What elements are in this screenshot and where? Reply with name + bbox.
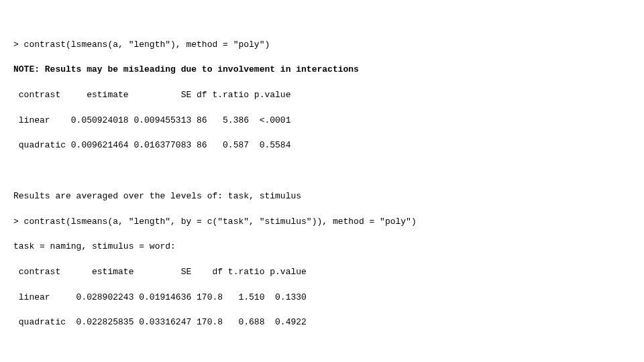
console-line: > contrast(lsmeans(a, "length"), method … <box>13 40 270 50</box>
console-row: quadratic 0.009621464 0.016377083 86 0.5… <box>13 140 290 150</box>
console-header: contrast estimate SE df t.ratio p.value <box>13 267 307 277</box>
console-line: > contrast(lsmeans(a, "length", by = c("… <box>13 217 417 227</box>
console-note: NOTE: Results may be misleading due to i… <box>13 64 359 74</box>
console-group-header: task = naming, stimulus = word: <box>13 241 176 251</box>
console-row: linear 0.050924018 0.009455313 86 5.386 … <box>13 115 290 125</box>
console-header: contrast estimate SE df t.ratio p.value <box>13 90 290 100</box>
console-line: Results are averaged over the levels of:… <box>13 191 301 201</box>
console-row: quadratic 0.022825835 0.03316247 170.8 0… <box>13 317 307 327</box>
console-row: linear 0.028902243 0.01914636 170.8 1.51… <box>13 292 307 302</box>
